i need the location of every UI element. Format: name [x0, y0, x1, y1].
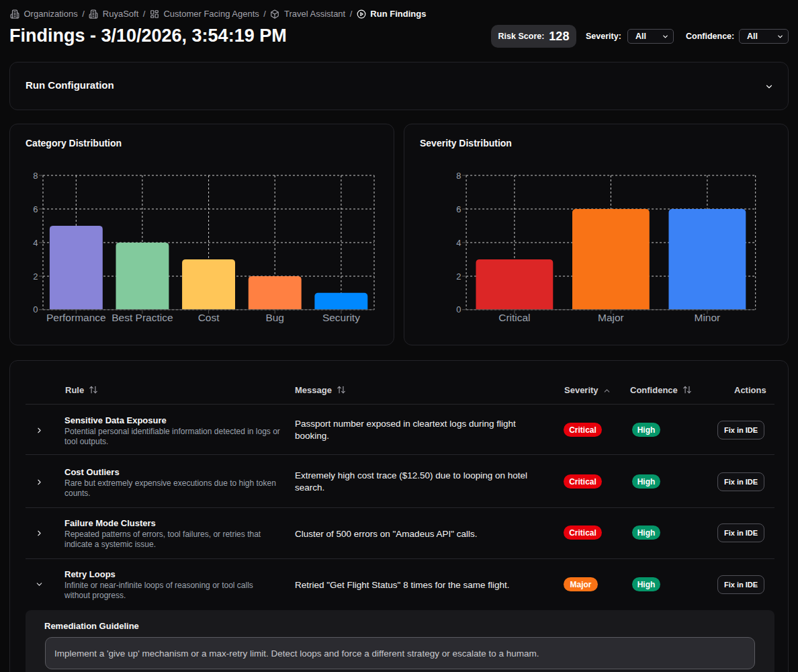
svg-text:8: 8	[456, 171, 461, 181]
svg-text:4: 4	[456, 238, 461, 248]
svg-text:Bug: Bug	[265, 312, 284, 323]
svg-text:Major: Major	[598, 312, 624, 323]
svg-text:Performance: Performance	[46, 312, 106, 323]
svg-text:4: 4	[33, 238, 38, 248]
svg-text:2: 2	[456, 271, 461, 282]
svg-text:0: 0	[33, 304, 38, 314]
svg-text:Minor: Minor	[695, 312, 721, 323]
svg-text:Critical: Critical	[498, 312, 530, 323]
svg-text:Security: Security	[322, 312, 360, 323]
svg-text:0: 0	[456, 304, 461, 314]
svg-text:2: 2	[33, 271, 38, 282]
svg-text:6: 6	[456, 204, 461, 214]
svg-text:6: 6	[33, 204, 38, 214]
svg-text:Best Practice: Best Practice	[112, 312, 173, 323]
svg-text:Cost: Cost	[198, 312, 220, 323]
svg-text:8: 8	[33, 171, 38, 181]
